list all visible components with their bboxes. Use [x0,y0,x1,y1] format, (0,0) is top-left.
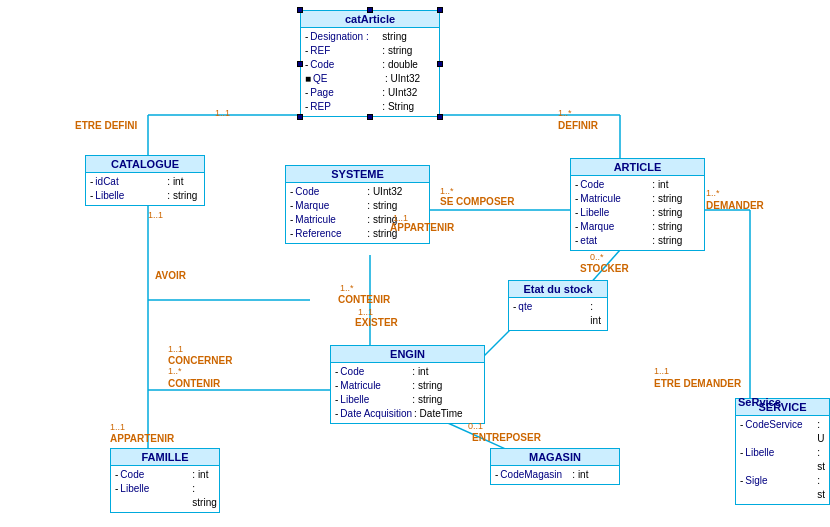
mult-2: 1..* [558,108,572,118]
stocker-label: STOCKER [580,263,629,274]
mult-5: 1..1 [148,210,163,220]
se-composer-label: SE COMPOSER [440,196,514,207]
engin-title: ENGIN [331,346,484,363]
contenir1-label: CONTENIR [338,294,390,305]
mult-8: 1..1 [168,344,183,354]
article-box[interactable]: ARTICLE -Code: int -Matricule: string -L… [570,158,705,251]
catalogue-title: CATALOGUE [86,156,204,173]
concerner-label: CONCERNER [168,355,232,366]
definir-label: DEFINIR [558,120,598,131]
catalogue-body: -idCat: int -Libelle: string [86,173,204,205]
magasin-title: MAGASIN [491,449,619,466]
mult-10: 0..* [590,252,604,262]
etat-stock-box[interactable]: Etat du stock -qte: int [508,280,608,331]
contenir2-label: CONTENIR [168,378,220,389]
catalogue-box[interactable]: CATALOGUE -idCat: int -Libelle: string [85,155,205,206]
etre-demander-label: ETRE DEMANDER [654,378,741,389]
mult-9: 1..* [168,366,182,376]
mult-4: 1..1 [393,213,408,223]
etre-defini-label: ETRE DEFINI [75,120,137,131]
systeme-title: SYSTEME [286,166,429,183]
mult-1: 1..1 [215,108,230,118]
mult-3: 1..* [440,186,454,196]
etat-stock-body: -qte: int [509,298,607,330]
article-title: ARTICLE [571,159,704,176]
article-body: -Code: int -Matricule: string -Libelle: … [571,176,704,250]
appartenir1-label: APPARTENIR [390,222,454,233]
service-box[interactable]: SERVICE -CodeService: U -Libelle: st -Si… [735,398,830,505]
avoir-label: AVOIR [155,270,186,281]
mult-12: 1..1 [110,422,125,432]
mult-11: 0..1 [468,421,483,431]
demander-label: DEMANDER [706,200,764,211]
appartenir2-label: APPARTENIR [110,433,174,444]
famille-box[interactable]: FAMILLE -Code: int -Libelle: string [110,448,220,513]
entreposer-label: ENTREPOSER [472,432,541,443]
famille-body: -Code: int -Libelle: string [111,466,219,512]
cat-article-title: catArticle [301,11,439,28]
service-body: -CodeService: U -Libelle: st -Sigle: st [736,416,829,504]
mult-6: 1..* [340,283,354,293]
mult-13: 1..* [706,188,720,198]
engin-body: -Code: int -Matricule: string -Libelle: … [331,363,484,423]
service-partial-label: SeRvice [738,396,781,408]
magasin-body: -CodeMagasin: int [491,466,619,484]
cat-article-body: -Designation :string -REF: string -Code:… [301,28,439,116]
diagram-container: catArticle -Designation :string -REF: st… [0,0,830,527]
engin-box[interactable]: ENGIN -Code: int -Matricule: string -Lib… [330,345,485,424]
famille-title: FAMILLE [111,449,219,466]
etat-stock-title: Etat du stock [509,281,607,298]
mult-7: 1..1 [358,307,373,317]
cat-article-box[interactable]: catArticle -Designation :string -REF: st… [300,10,440,117]
mult-14: 1..1 [654,366,669,376]
magasin-box[interactable]: MAGASIN -CodeMagasin: int [490,448,620,485]
exister-label: EXISTER [355,317,398,328]
